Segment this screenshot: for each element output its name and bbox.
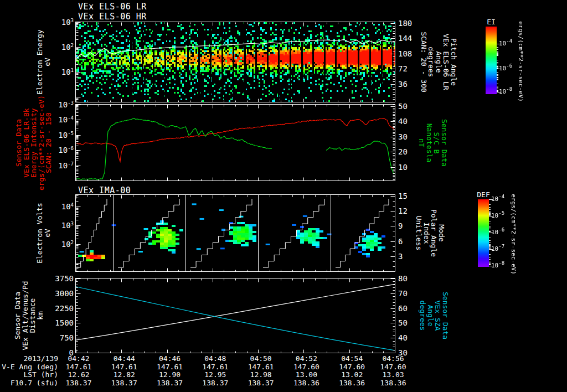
table-row-label: V-E Ang (deg) <box>0 363 58 371</box>
panel2-intensity-bfield-plot <box>75 104 395 181</box>
table-row-label: LST (hr) <box>0 371 58 379</box>
y2-tick-label: 10 <box>398 163 420 172</box>
colorbar-units-label: ergs/(cm**2-sr-sec-eV) <box>517 21 524 102</box>
y2-tick-label: 144 <box>398 34 420 43</box>
panel1-y-axis-title: Electron Energy eV <box>36 29 51 94</box>
y2-tick-label: 50 <box>398 102 420 111</box>
colorbar-ei-title: EI <box>480 18 502 26</box>
table-cell: 147.61 <box>60 363 97 371</box>
colorbar-ei <box>486 27 502 94</box>
table-row-label: F10.7 (sfu) <box>0 379 58 387</box>
y2-tick-label: 36 <box>398 80 420 89</box>
table-cell: 147.61 <box>242 363 280 371</box>
y-tick-label: 10-5 <box>47 131 74 140</box>
y-tick-label: 3750 <box>47 274 74 283</box>
colorbar-units-label: ergs/(cm**2-sr-sec-eV) <box>509 194 517 275</box>
y-tick-label: 102 <box>47 240 74 249</box>
table-cell: 13.03 <box>374 371 412 379</box>
table-cell: 138.37 <box>242 379 280 387</box>
x-tick-label: 04:42 <box>60 355 97 363</box>
panel1-title-line2: VEx ELS-06 HR <box>78 12 147 22</box>
y-tick-label: 10-6 <box>47 146 74 154</box>
y2-tick-label: 70 <box>398 289 420 298</box>
x-tick-label: 04:54 <box>333 355 371 363</box>
y-tick-label: 10-7 <box>47 161 74 170</box>
y2-tick-label: 180 <box>398 19 420 28</box>
vex-multipanel-plot: VEx ELS-06 LR VEx ELS-06 HR VEx IMA-00 E… <box>0 0 567 392</box>
panel1-right-axis-title: Pitch Angle VEx ELS-06 LR Angle degrees … <box>420 32 457 92</box>
y-tick-label: 103 <box>47 221 74 230</box>
y-tick-label: 750 <box>47 333 74 342</box>
x-tick-label: 04:44 <box>105 355 143 363</box>
y2-tick-label: 9 <box>398 221 420 230</box>
table-cell: 147.61 <box>105 363 143 371</box>
panel3-right-axis-title: Mode Polar Angle Index Unitless <box>415 209 445 257</box>
y-tick-label: 2250 <box>47 304 74 313</box>
y2-tick-label: 20 <box>398 147 420 156</box>
y2-tick-label: 72 <box>398 64 420 73</box>
panel3-y-axis-title: Electron Volts eV <box>36 203 51 264</box>
y2-tick-label: 80 <box>398 274 420 283</box>
table-cell: 12.95 <box>197 371 234 379</box>
table-cell: 138.37 <box>60 379 97 387</box>
panel2-y-axis-title: Sensor Data VEx ELS-06 LR-Bk Energy Inte… <box>15 95 53 190</box>
y2-tick-label: 50 <box>398 318 420 327</box>
y2-tick-label: 30 <box>398 132 420 141</box>
panel1-els-spectrogram <box>75 22 395 102</box>
table-cell: 147.60 <box>287 363 325 371</box>
table-cell: 12.82 <box>105 371 143 379</box>
panel2-right-axis-title: Sensor Data S/C B Nanotesla nT <box>418 119 448 167</box>
table-cell: 147.60 <box>333 363 371 371</box>
y-tick-label: 1500 <box>47 318 74 327</box>
panel3-ima-spectrogram <box>75 194 395 272</box>
table-cell: 138.37 <box>105 379 143 387</box>
y2-tick-label: 40 <box>398 333 420 342</box>
panel4-right-axis-title: Sensor Data VEx SZA Angle degrees <box>419 292 449 339</box>
y2-tick-label: 40 <box>398 117 420 126</box>
table-cell: 138.36 <box>374 379 412 387</box>
table-cell: 13.02 <box>333 371 371 379</box>
table-cell: 147.61 <box>151 363 189 371</box>
y2-tick-label: 108 <box>398 49 420 58</box>
y-tick-label: 3000 <box>47 289 74 298</box>
panel1-title-line1: VEx ELS-06 LR <box>78 2 147 12</box>
y2-tick-label: 12 <box>398 207 420 215</box>
table-cell: 12.62 <box>60 371 97 379</box>
table-cell: 138.37 <box>151 379 189 387</box>
y-tick-label: 101 <box>47 68 74 76</box>
x-tick-label: 04:48 <box>197 355 234 363</box>
y-tick-label: 10-3 <box>47 100 74 109</box>
y-tick-label: 104 <box>47 202 74 211</box>
table-cell: 138.37 <box>197 379 234 387</box>
table-cell: 147.61 <box>197 363 234 371</box>
panel4-y-axis-title: Sensor Data VEx Alt/Venus/Pd Distance km <box>14 281 44 350</box>
table-row-label: 2013/139 <box>0 355 58 363</box>
table-cell: 12.90 <box>151 371 189 379</box>
x-tick-label: 04:52 <box>287 355 325 363</box>
y2-tick-label: 3 <box>398 252 420 261</box>
y-tick-label: 103 <box>47 18 74 27</box>
y2-tick-label: 15 <box>398 192 420 200</box>
table-cell: 13.00 <box>287 371 325 379</box>
y-tick-label: 102 <box>47 43 74 51</box>
table-cell: 138.36 <box>287 379 325 387</box>
y-tick-label: 10-4 <box>47 115 74 124</box>
table-cell: 138.36 <box>333 379 371 387</box>
table-cell: 147.60 <box>374 363 412 371</box>
x-tick-label: 04:50 <box>242 355 280 363</box>
y2-tick-label: 6 <box>398 237 420 246</box>
panel4-altitude-sza-plot <box>75 278 395 353</box>
table-cell: 12.98 <box>242 371 280 379</box>
x-tick-label: 04:56 <box>374 355 412 363</box>
x-tick-label: 04:46 <box>151 355 189 363</box>
y2-tick-label: 60 <box>398 304 420 313</box>
